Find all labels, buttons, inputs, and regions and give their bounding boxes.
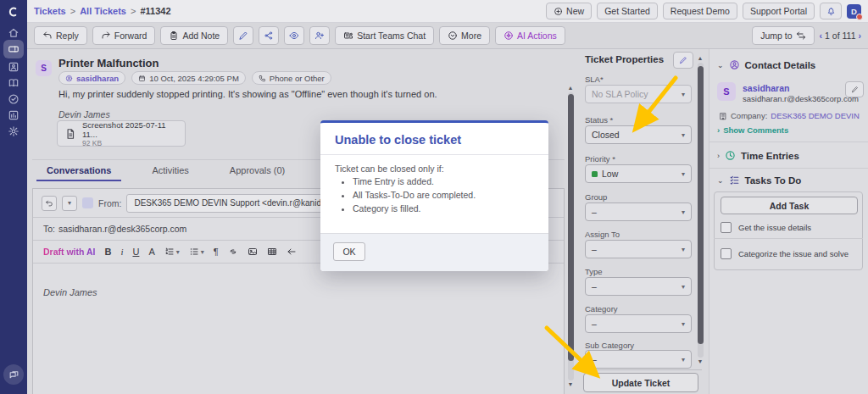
breadcrumb-tickets[interactable]: Tickets — [34, 6, 66, 16]
sidebar-item-contacts[interactable] — [0, 59, 27, 75]
previous-ticket-button[interactable]: ‹ — [820, 31, 823, 41]
left-nav — [0, 0, 27, 394]
time-entries-header[interactable]: › Time Entries — [717, 150, 799, 161]
task-checkbox[interactable] — [721, 248, 732, 259]
scroll-up-icon[interactable]: ▲ — [568, 84, 574, 92]
undo-button[interactable] — [42, 196, 57, 211]
show-comments-link[interactable]: › Show Comments — [717, 125, 788, 135]
scrollbar-track[interactable] — [568, 92, 574, 380]
bullet-list-icon — [189, 247, 199, 257]
bullet-list-button[interactable]: ▾ — [189, 247, 204, 257]
draft-with-ai-button[interactable]: Draft with AI — [43, 247, 95, 257]
group-select[interactable]: –▾ — [585, 203, 692, 221]
breadcrumb-separator: > — [70, 6, 75, 16]
next-ticket-button[interactable]: › — [859, 31, 862, 41]
insert-link-button[interactable] — [228, 247, 238, 257]
font-color-button[interactable]: A — [148, 247, 154, 257]
contact-card-icon — [8, 61, 19, 73]
new-button[interactable]: New — [546, 3, 592, 19]
chevron-down-icon: ▾ — [682, 246, 685, 253]
ai-actions-button[interactable]: AI Actions — [495, 26, 565, 45]
status-select[interactable]: Closed▾ — [585, 125, 692, 144]
more-button[interactable]: More — [439, 26, 490, 45]
task-checkbox[interactable] — [721, 222, 732, 233]
priority-select[interactable]: Low▾ — [585, 164, 692, 183]
outdent-button[interactable] — [287, 247, 297, 257]
breadcrumb: Tickets > All Tickets > #11342 — [34, 6, 171, 16]
requester-chip[interactable]: sasidharan — [58, 71, 125, 85]
main-scrollbar[interactable]: ▲ ▼ — [566, 84, 575, 389]
edit-properties-button[interactable] — [673, 52, 693, 69]
scroll-up-icon[interactable]: ▲ — [698, 54, 704, 63]
chevron-down-icon: ▾ — [682, 208, 685, 216]
get-started-button[interactable]: Get Started — [597, 3, 658, 19]
feedback-chat-button[interactable] — [3, 364, 24, 385]
support-portal-button[interactable]: Support Portal — [743, 3, 815, 19]
user-avatar[interactable]: D — [847, 4, 861, 19]
jump-to-button[interactable]: Jump to — [752, 26, 814, 45]
paragraph-button[interactable]: ¶ — [214, 247, 219, 257]
insert-table-button[interactable] — [267, 247, 277, 257]
attachment-card[interactable]: Screenshot 2025-07-11 11... 92 KB — [57, 120, 186, 147]
scrollbar-thumb[interactable] — [698, 66, 704, 344]
assign-to-select[interactable]: –▾ — [585, 240, 692, 258]
edit-ticket-button[interactable] — [233, 26, 253, 45]
breadcrumb-all-tickets[interactable]: All Tickets — [80, 6, 126, 16]
scrollbar-track[interactable] — [698, 63, 704, 358]
add-collaborator-button[interactable] — [309, 26, 330, 45]
contact-name[interactable]: sasidharan — [743, 83, 789, 93]
ordered-list-icon — [164, 247, 175, 257]
from-label: From: — [98, 198, 121, 208]
breadcrumb-ticket-id: #11342 — [140, 6, 170, 16]
modal-condition: Time Entry is added. — [353, 176, 476, 186]
sidebar-item-home[interactable] — [0, 25, 27, 41]
italic-button[interactable]: i — [120, 247, 123, 257]
request-demo-button[interactable]: Request Demo — [663, 3, 737, 19]
clock-icon — [725, 150, 736, 161]
tasks-to-do-header[interactable]: ⌄ Tasks To Do — [717, 175, 801, 186]
sidebar-item-knowledge-base[interactable] — [0, 75, 27, 91]
presence-dot — [856, 14, 863, 20]
bold-button[interactable]: B — [104, 247, 111, 257]
edit-contact-button[interactable] — [845, 81, 864, 97]
assign-to-label: Assign To — [585, 230, 620, 239]
reply-button[interactable]: Reply — [34, 26, 87, 45]
priority-label: Priority * — [585, 154, 615, 164]
image-icon — [248, 247, 258, 257]
underline-button[interactable]: U — [132, 247, 139, 257]
check-circle-icon — [8, 93, 19, 105]
reply-type-dropdown[interactable]: ▾ — [62, 196, 77, 211]
share-button[interactable] — [259, 26, 279, 45]
sla-select[interactable]: No SLA Policy▾ — [585, 85, 692, 103]
sidebar-item-settings[interactable] — [0, 124, 27, 139]
editor-body[interactable]: Devin James — [33, 287, 564, 297]
calendar-icon — [138, 75, 146, 82]
arrow-left-icon — [287, 247, 297, 257]
start-teams-chat-button[interactable]: Start Teams Chat — [335, 26, 434, 45]
sidebar-item-approvals[interactable] — [0, 92, 27, 107]
insert-image-button[interactable] — [248, 247, 258, 257]
category-select[interactable]: –▾ — [585, 314, 692, 333]
update-ticket-button[interactable]: Update Ticket — [583, 373, 698, 392]
sidebar-item-reports[interactable] — [0, 108, 27, 123]
scrollbar-thumb[interactable] — [568, 94, 574, 361]
forward-button[interactable]: Forward — [92, 26, 156, 45]
add-note-button[interactable]: Add Note — [160, 26, 228, 45]
sub-category-select[interactable]: –▾ — [585, 350, 692, 369]
tab-approvals[interactable]: Approvals (0) — [230, 165, 285, 181]
tab-activities[interactable]: Activities — [152, 165, 188, 181]
add-task-button[interactable]: Add Task — [721, 197, 858, 214]
company-value[interactable]: DESK365 DEMO DEVIN — [771, 111, 860, 120]
watch-button[interactable] — [284, 26, 304, 45]
circle-chevron-icon — [448, 31, 458, 41]
scroll-down-icon[interactable]: ▼ — [698, 358, 704, 366]
ordered-list-button[interactable]: ▾ — [164, 247, 180, 257]
sidebar-item-tickets[interactable] — [3, 40, 24, 58]
contact-details-header[interactable]: ⌄ Contact Details — [717, 59, 815, 70]
type-select[interactable]: –▾ — [585, 277, 692, 296]
tab-conversations[interactable]: Conversations — [47, 165, 111, 181]
properties-scrollbar[interactable]: ▲ ▼ — [696, 54, 704, 366]
notifications-button[interactable] — [820, 3, 842, 19]
scroll-down-icon[interactable]: ▼ — [568, 380, 574, 389]
ok-button[interactable]: OK — [333, 242, 365, 261]
